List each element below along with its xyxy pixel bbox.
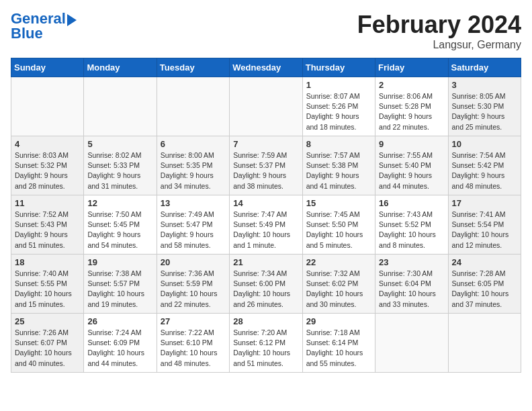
day-info: Sunrise: 7:34 AMSunset: 6:00 PMDaylight:… [233,269,298,310]
calendar-cell [230,77,302,136]
calendar-cell: 1Sunrise: 8:07 AMSunset: 5:26 PMDaylight… [302,77,375,136]
day-number: 3 [452,80,517,90]
day-info: Sunrise: 7:52 AMSunset: 5:43 PMDaylight:… [15,210,80,250]
day-info: Sunrise: 7:47 AMSunset: 5:49 PMDaylight:… [233,210,298,250]
calendar-cell: 15Sunrise: 7:45 AMSunset: 5:50 PMDayligh… [302,195,375,255]
calendar-cell: 3Sunrise: 8:05 AMSunset: 5:30 PMDaylight… [448,77,521,136]
day-number: 13 [161,198,226,208]
day-info: Sunrise: 7:38 AMSunset: 5:57 PMDaylight:… [87,269,152,310]
logo: General Blue [11,11,77,42]
day-info: Sunrise: 7:24 AMSunset: 6:09 PMDaylight:… [87,328,152,369]
day-number: 20 [161,257,226,267]
day-number: 24 [452,257,517,267]
calendar-cell: 20Sunrise: 7:36 AMSunset: 5:59 PMDayligh… [157,255,229,314]
day-number: 29 [306,316,371,326]
calendar-cell: 17Sunrise: 7:41 AMSunset: 5:54 PMDayligh… [448,195,521,255]
day-number: 17 [452,198,517,208]
day-number: 14 [233,198,298,208]
calendar-cell [84,77,157,136]
calendar-cell: 14Sunrise: 7:47 AMSunset: 5:49 PMDayligh… [230,195,302,255]
calendar-cell: 7Sunrise: 7:59 AMSunset: 5:37 PMDaylight… [230,136,302,195]
day-info: Sunrise: 7:49 AMSunset: 5:47 PMDaylight:… [161,210,226,250]
day-info: Sunrise: 7:43 AMSunset: 5:52 PMDaylight:… [379,210,444,250]
calendar-header-wednesday: Wednesday [230,58,302,77]
page-header: General Blue February 2024 Langsur, Germ… [11,11,521,51]
day-info: Sunrise: 7:28 AMSunset: 6:05 PMDaylight:… [452,269,517,310]
day-number: 22 [306,257,371,267]
day-number: 2 [379,80,444,90]
calendar-cell: 9Sunrise: 7:55 AMSunset: 5:40 PMDaylight… [375,136,448,195]
calendar-cell: 18Sunrise: 7:40 AMSunset: 5:55 PMDayligh… [11,255,84,314]
calendar-cell: 28Sunrise: 7:20 AMSunset: 6:12 PMDayligh… [230,314,302,373]
calendar-cell: 29Sunrise: 7:18 AMSunset: 6:14 PMDayligh… [302,314,375,373]
day-info: Sunrise: 7:26 AMSunset: 6:07 PMDaylight:… [15,328,80,369]
day-number: 25 [15,316,80,326]
day-number: 16 [379,198,444,208]
day-number: 15 [306,198,371,208]
day-info: Sunrise: 7:30 AMSunset: 6:04 PMDaylight:… [379,269,444,310]
calendar-cell: 21Sunrise: 7:34 AMSunset: 6:00 PMDayligh… [230,255,302,314]
day-info: Sunrise: 7:20 AMSunset: 6:12 PMDaylight:… [233,328,298,369]
calendar-cell: 22Sunrise: 7:32 AMSunset: 6:02 PMDayligh… [302,255,375,314]
day-number: 27 [161,316,226,326]
calendar-cell: 13Sunrise: 7:49 AMSunset: 5:47 PMDayligh… [157,195,229,255]
calendar-header-thursday: Thursday [302,58,375,77]
day-number: 21 [233,257,298,267]
day-info: Sunrise: 8:03 AMSunset: 5:32 PMDaylight:… [15,150,80,191]
calendar-cell: 19Sunrise: 7:38 AMSunset: 5:57 PMDayligh… [84,255,157,314]
day-number: 4 [15,139,80,149]
day-info: Sunrise: 7:40 AMSunset: 5:55 PMDaylight:… [15,269,80,310]
day-info: Sunrise: 7:59 AMSunset: 5:37 PMDaylight:… [233,150,298,191]
calendar-week-row: 1Sunrise: 8:07 AMSunset: 5:26 PMDaylight… [11,77,521,136]
day-info: Sunrise: 7:32 AMSunset: 6:02 PMDaylight:… [306,269,371,310]
calendar-cell: 11Sunrise: 7:52 AMSunset: 5:43 PMDayligh… [11,195,84,255]
calendar-cell: 8Sunrise: 7:57 AMSunset: 5:38 PMDaylight… [302,136,375,195]
calendar-week-row: 18Sunrise: 7:40 AMSunset: 5:55 PMDayligh… [11,255,521,314]
day-number: 28 [233,316,298,326]
day-info: Sunrise: 8:05 AMSunset: 5:30 PMDaylight:… [452,91,517,132]
calendar-cell: 24Sunrise: 7:28 AMSunset: 6:05 PMDayligh… [448,255,521,314]
day-number: 5 [87,139,152,149]
calendar-cell [448,314,521,373]
day-number: 18 [15,257,80,267]
day-info: Sunrise: 7:45 AMSunset: 5:50 PMDaylight:… [306,210,371,250]
day-info: Sunrise: 7:18 AMSunset: 6:14 PMDaylight:… [306,328,371,369]
day-info: Sunrise: 8:06 AMSunset: 5:28 PMDaylight:… [379,91,444,132]
day-number: 6 [161,139,226,149]
calendar-header-monday: Monday [84,58,157,77]
calendar-cell: 26Sunrise: 7:24 AMSunset: 6:09 PMDayligh… [84,314,157,373]
calendar-cell: 16Sunrise: 7:43 AMSunset: 5:52 PMDayligh… [375,195,448,255]
calendar-cell: 23Sunrise: 7:30 AMSunset: 6:04 PMDayligh… [375,255,448,314]
day-number: 23 [379,257,444,267]
calendar-header-friday: Friday [375,58,448,77]
day-number: 11 [15,198,80,208]
calendar-week-row: 4Sunrise: 8:03 AMSunset: 5:32 PMDaylight… [11,136,521,195]
day-info: Sunrise: 7:50 AMSunset: 5:45 PMDaylight:… [87,210,152,250]
day-info: Sunrise: 7:55 AMSunset: 5:40 PMDaylight:… [379,150,444,191]
calendar-cell: 5Sunrise: 8:02 AMSunset: 5:33 PMDaylight… [84,136,157,195]
day-number: 12 [87,198,152,208]
calendar-cell: 25Sunrise: 7:26 AMSunset: 6:07 PMDayligh… [11,314,84,373]
calendar-week-row: 25Sunrise: 7:26 AMSunset: 6:07 PMDayligh… [11,314,521,373]
calendar-week-row: 11Sunrise: 7:52 AMSunset: 5:43 PMDayligh… [11,195,521,255]
calendar-cell: 10Sunrise: 7:54 AMSunset: 5:42 PMDayligh… [448,136,521,195]
day-info: Sunrise: 7:22 AMSunset: 6:10 PMDaylight:… [161,328,226,369]
day-number: 1 [306,80,371,90]
calendar-header-tuesday: Tuesday [157,58,229,77]
calendar-cell: 4Sunrise: 8:03 AMSunset: 5:32 PMDaylight… [11,136,84,195]
calendar-header-sunday: Sunday [11,58,84,77]
title-area: February 2024 Langsur, Germany [357,11,521,51]
day-number: 7 [233,139,298,149]
day-info: Sunrise: 7:36 AMSunset: 5:59 PMDaylight:… [161,269,226,310]
day-info: Sunrise: 8:02 AMSunset: 5:33 PMDaylight:… [87,150,152,191]
location-text: Langsur, Germany [357,39,521,51]
calendar-cell [11,77,84,136]
calendar-header-saturday: Saturday [448,58,521,77]
day-number: 9 [379,139,444,149]
calendar-cell [157,77,229,136]
calendar-cell [375,314,448,373]
day-info: Sunrise: 8:07 AMSunset: 5:26 PMDaylight:… [306,91,371,132]
calendar-cell: 2Sunrise: 8:06 AMSunset: 5:28 PMDaylight… [375,77,448,136]
calendar-cell: 6Sunrise: 8:00 AMSunset: 5:35 PMDaylight… [157,136,229,195]
calendar-cell: 12Sunrise: 7:50 AMSunset: 5:45 PMDayligh… [84,195,157,255]
